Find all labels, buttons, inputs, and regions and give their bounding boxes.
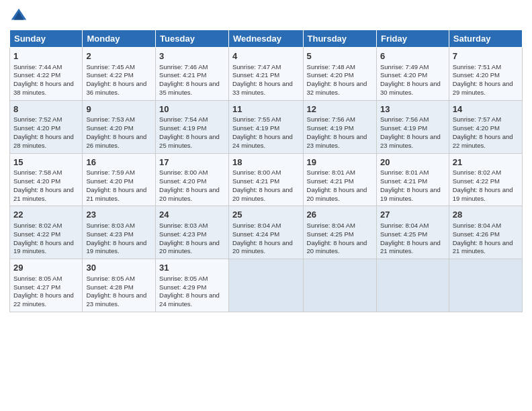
calendar-body: 1Sunrise: 7:44 AMSunset: 4:22 PMDaylight…	[10, 48, 523, 312]
header-cell-saturday: Saturday	[449, 30, 522, 48]
calendar-cell: 28Sunrise: 8:04 AMSunset: 4:26 PMDayligh…	[449, 206, 522, 259]
calendar-cell: 25Sunrise: 8:04 AMSunset: 4:24 PMDayligh…	[228, 206, 303, 259]
calendar-cell: 17Sunrise: 8:00 AMSunset: 4:20 PMDayligh…	[156, 153, 229, 206]
calendar-cell: 9Sunrise: 7:53 AMSunset: 4:20 PMDaylight…	[83, 100, 156, 153]
day-number: 8	[13, 103, 79, 116]
calendar-cell: 8Sunrise: 7:52 AMSunset: 4:20 PMDaylight…	[10, 100, 83, 153]
day-number: 2	[86, 50, 152, 62]
calendar-cell: 12Sunrise: 7:56 AMSunset: 4:19 PMDayligh…	[303, 100, 376, 153]
calendar-week-3: 15Sunrise: 7:58 AMSunset: 4:20 PMDayligh…	[10, 153, 523, 206]
day-number: 23	[86, 209, 152, 221]
calendar-week-4: 22Sunrise: 8:02 AMSunset: 4:22 PMDayligh…	[10, 206, 523, 259]
day-number: 16	[86, 156, 152, 169]
day-number: 31	[159, 262, 225, 274]
day-number: 14	[453, 103, 519, 116]
day-number: 11	[232, 103, 300, 116]
calendar-cell: 24Sunrise: 8:03 AMSunset: 4:23 PMDayligh…	[156, 206, 229, 259]
calendar-cell: 21Sunrise: 8:02 AMSunset: 4:22 PMDayligh…	[449, 153, 522, 206]
day-number: 19	[307, 156, 373, 169]
calendar-cell: 6Sunrise: 7:49 AMSunset: 4:20 PMDaylight…	[376, 48, 449, 101]
day-number: 28	[453, 209, 519, 221]
calendar-cell: 16Sunrise: 7:59 AMSunset: 4:20 PMDayligh…	[83, 153, 156, 206]
header-cell-monday: Monday	[83, 30, 156, 48]
calendar-cell: 26Sunrise: 8:04 AMSunset: 4:25 PMDayligh…	[303, 206, 376, 259]
day-number: 21	[453, 156, 519, 169]
day-number: 10	[159, 103, 225, 116]
header-cell-sunday: Sunday	[10, 30, 83, 48]
calendar-cell: 5Sunrise: 7:48 AMSunset: 4:20 PMDaylight…	[303, 48, 376, 101]
day-number: 20	[380, 156, 445, 169]
calendar-cell: 23Sunrise: 8:03 AMSunset: 4:23 PMDayligh…	[83, 206, 156, 259]
calendar-header-row: SundayMondayTuesdayWednesdayThursdayFrid…	[10, 30, 523, 48]
calendar-cell: 30Sunrise: 8:05 AMSunset: 4:28 PMDayligh…	[83, 259, 156, 312]
calendar-cell: 3Sunrise: 7:46 AMSunset: 4:21 PMDaylight…	[156, 48, 229, 101]
header-cell-thursday: Thursday	[303, 30, 376, 48]
calendar-cell: 13Sunrise: 7:56 AMSunset: 4:19 PMDayligh…	[376, 100, 449, 153]
day-number: 6	[380, 50, 445, 62]
calendar-week-1: 1Sunrise: 7:44 AMSunset: 4:22 PMDaylight…	[10, 48, 523, 101]
calendar-cell: 14Sunrise: 7:57 AMSunset: 4:20 PMDayligh…	[449, 100, 522, 153]
calendar-cell: 29Sunrise: 8:05 AMSunset: 4:27 PMDayligh…	[10, 259, 83, 312]
calendar-cell: 11Sunrise: 7:55 AMSunset: 4:19 PMDayligh…	[228, 100, 303, 153]
day-number: 9	[86, 103, 152, 116]
page-container: SundayMondayTuesdayWednesdayThursdayFrid…	[0, 0, 532, 319]
day-number: 25	[232, 209, 300, 221]
calendar-cell: 19Sunrise: 8:01 AMSunset: 4:21 PMDayligh…	[303, 153, 376, 206]
day-number: 17	[159, 156, 225, 169]
day-number: 4	[232, 50, 300, 62]
logo	[9, 7, 31, 26]
calendar-cell: 22Sunrise: 8:02 AMSunset: 4:22 PMDayligh…	[10, 206, 83, 259]
calendar-table: SundayMondayTuesdayWednesdayThursdayFrid…	[9, 30, 523, 312]
day-number: 13	[380, 103, 445, 116]
day-number: 26	[307, 209, 373, 221]
day-number: 22	[13, 209, 79, 221]
day-number: 18	[232, 156, 300, 169]
calendar-cell	[303, 259, 376, 312]
calendar-cell: 15Sunrise: 7:58 AMSunset: 4:20 PMDayligh…	[10, 153, 83, 206]
day-number: 3	[159, 50, 225, 62]
header	[9, 7, 523, 26]
day-number: 5	[307, 50, 373, 62]
calendar-cell: 18Sunrise: 8:00 AMSunset: 4:21 PMDayligh…	[228, 153, 303, 206]
day-number: 1	[13, 50, 79, 62]
day-number: 24	[159, 209, 225, 221]
header-cell-wednesday: Wednesday	[228, 30, 303, 48]
calendar-cell: 10Sunrise: 7:54 AMSunset: 4:19 PMDayligh…	[156, 100, 229, 153]
calendar-cell: 2Sunrise: 7:45 AMSunset: 4:22 PMDaylight…	[83, 48, 156, 101]
day-number: 27	[380, 209, 445, 221]
calendar-cell	[376, 259, 449, 312]
calendar-cell: 1Sunrise: 7:44 AMSunset: 4:22 PMDaylight…	[10, 48, 83, 101]
calendar-cell	[228, 259, 303, 312]
day-number: 7	[453, 50, 519, 62]
calendar-week-5: 29Sunrise: 8:05 AMSunset: 4:27 PMDayligh…	[10, 259, 523, 312]
calendar-cell: 31Sunrise: 8:05 AMSunset: 4:29 PMDayligh…	[156, 259, 229, 312]
day-number: 15	[13, 156, 79, 169]
day-number: 29	[13, 262, 79, 274]
calendar-cell: 20Sunrise: 8:01 AMSunset: 4:21 PMDayligh…	[376, 153, 449, 206]
logo-icon	[9, 7, 28, 26]
calendar-cell	[449, 259, 522, 312]
calendar-week-2: 8Sunrise: 7:52 AMSunset: 4:20 PMDaylight…	[10, 100, 523, 153]
calendar-cell: 4Sunrise: 7:47 AMSunset: 4:21 PMDaylight…	[228, 48, 303, 101]
header-cell-tuesday: Tuesday	[156, 30, 229, 48]
calendar-cell: 27Sunrise: 8:04 AMSunset: 4:25 PMDayligh…	[376, 206, 449, 259]
day-number: 12	[307, 103, 373, 116]
day-number: 30	[86, 262, 152, 274]
header-cell-friday: Friday	[376, 30, 449, 48]
calendar-cell: 7Sunrise: 7:51 AMSunset: 4:20 PMDaylight…	[449, 48, 522, 101]
